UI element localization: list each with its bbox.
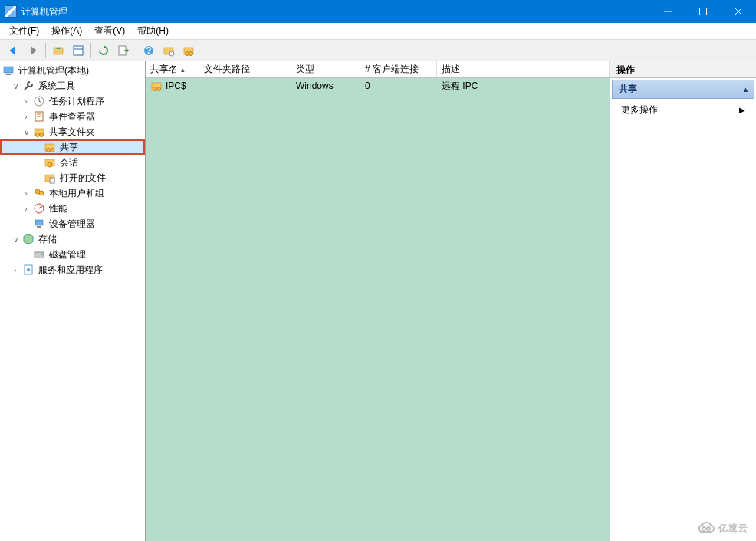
open-files-icon bbox=[44, 172, 56, 184]
tree-label: 服务和应用程序 bbox=[37, 264, 104, 277]
minimize-button[interactable] bbox=[650, 0, 685, 23]
tree-local-users[interactable]: ›本地用户和组 bbox=[0, 185, 145, 201]
close-button[interactable] bbox=[721, 0, 756, 23]
device-icon bbox=[33, 218, 45, 230]
new-share-button[interactable] bbox=[159, 41, 178, 60]
tree-services-apps[interactable]: ›服务和应用程序 bbox=[0, 262, 145, 277]
event-icon bbox=[33, 110, 45, 123]
menubar: 文件(F) 操作(A) 查看(V) 帮助(H) bbox=[0, 23, 756, 40]
shares-icon bbox=[44, 141, 56, 153]
tree-label: 本地用户和组 bbox=[48, 187, 106, 200]
tree-performance[interactable]: ›性能 bbox=[0, 201, 145, 216]
collapse-icon[interactable]: ∨ bbox=[11, 235, 20, 244]
actions-panel: 操作 共享 ▴ 更多操作 ▶ bbox=[610, 61, 756, 541]
tree-label: 计算机管理(本地) bbox=[17, 64, 90, 77]
forward-button[interactable] bbox=[24, 41, 42, 60]
disk-icon bbox=[33, 248, 45, 261]
shared-folder-icon bbox=[33, 126, 45, 138]
share-folder-icon bbox=[150, 80, 163, 92]
column-type[interactable]: 类型 bbox=[291, 61, 360, 77]
svg-rect-5 bbox=[74, 46, 83, 55]
column-label: 类型 bbox=[296, 63, 314, 76]
storage-icon bbox=[22, 233, 35, 245]
expand-icon[interactable]: › bbox=[21, 189, 31, 198]
svg-rect-35 bbox=[37, 226, 41, 228]
toolbar-separator bbox=[136, 43, 136, 58]
menu-view[interactable]: 查看(V) bbox=[88, 23, 131, 39]
expand-icon[interactable]: › bbox=[21, 205, 31, 213]
column-label: 文件夹路径 bbox=[204, 63, 250, 76]
list-panel: 共享名▴ 文件夹路径 类型 # 客户端连接 描述 IPC$ Windows 0 … bbox=[146, 61, 610, 541]
table-row[interactable]: IPC$ Windows 0 远程 IPC bbox=[146, 78, 610, 93]
svg-point-25 bbox=[47, 149, 51, 152]
list-header: 共享名▴ 文件夹路径 类型 # 客户端连接 描述 bbox=[146, 61, 610, 78]
svg-point-26 bbox=[51, 149, 54, 152]
toolbar-separator bbox=[90, 43, 91, 58]
refresh-button[interactable] bbox=[94, 41, 113, 60]
cloud-icon bbox=[695, 521, 715, 535]
expand-icon[interactable]: › bbox=[21, 113, 31, 121]
properties-button[interactable] bbox=[69, 41, 87, 60]
expand-icon[interactable]: › bbox=[11, 266, 20, 274]
collapse-icon: ▴ bbox=[744, 85, 748, 93]
column-description[interactable]: 描述 bbox=[437, 61, 610, 77]
submenu-arrow-icon: ▶ bbox=[739, 106, 745, 114]
actions-more[interactable]: 更多操作 ▶ bbox=[610, 100, 756, 120]
tree-label: 打开的文件 bbox=[58, 172, 107, 185]
svg-point-44 bbox=[702, 527, 705, 530]
cell-type: Windows bbox=[296, 80, 334, 91]
tree-shared-folders[interactable]: ∨共享文件夹 bbox=[0, 124, 145, 139]
actions-category-label: 共享 bbox=[619, 83, 637, 96]
svg-point-11 bbox=[169, 51, 174, 56]
column-label: 描述 bbox=[442, 63, 460, 76]
tree-panel[interactable]: 计算机管理(本地) ∨ 系统工具 ›任务计划程序 ›事件查看器 bbox=[0, 61, 146, 541]
maximize-button[interactable] bbox=[685, 0, 721, 23]
tree-device-manager[interactable]: 设备管理器 bbox=[0, 216, 145, 231]
expand-icon[interactable]: › bbox=[21, 97, 31, 106]
shares-icon-button[interactable] bbox=[179, 41, 198, 60]
cell-clients: 0 bbox=[365, 80, 370, 91]
column-share-name[interactable]: 共享名▴ bbox=[146, 61, 199, 77]
column-folder-path[interactable]: 文件夹路径 bbox=[199, 61, 291, 77]
tree-label: 事件查看器 bbox=[48, 110, 97, 123]
help-button[interactable]: ? bbox=[140, 41, 158, 60]
up-button[interactable] bbox=[49, 41, 67, 60]
tree-open-files[interactable]: 打开的文件 bbox=[0, 170, 145, 185]
tree-task-scheduler[interactable]: ›任务计划程序 bbox=[0, 93, 145, 109]
watermark-text: 亿速云 bbox=[718, 522, 748, 535]
toolbar-separator bbox=[45, 43, 46, 58]
back-button[interactable] bbox=[4, 41, 22, 60]
actions-category[interactable]: 共享 ▴ bbox=[612, 80, 754, 99]
tree-shares[interactable]: 共享 bbox=[0, 139, 145, 155]
tree-event-viewer[interactable]: ›事件查看器 bbox=[0, 109, 145, 124]
app-icon bbox=[5, 5, 17, 18]
menu-action[interactable]: 操作(A) bbox=[45, 23, 88, 39]
collapse-icon[interactable]: ∨ bbox=[11, 82, 20, 90]
menu-file[interactable]: 文件(F) bbox=[3, 23, 45, 39]
svg-rect-30 bbox=[50, 178, 54, 183]
window-title: 计算机管理 bbox=[21, 5, 650, 18]
svg-rect-15 bbox=[4, 67, 13, 73]
export-button[interactable] bbox=[114, 41, 133, 60]
svg-point-23 bbox=[40, 133, 44, 137]
tree-disk-management[interactable]: 磁盘管理 bbox=[0, 247, 145, 262]
tree-system-tools[interactable]: ∨ 系统工具 bbox=[0, 78, 145, 93]
tree-label: 存储 bbox=[37, 233, 58, 246]
tree-root[interactable]: 计算机管理(本地) bbox=[0, 63, 145, 78]
column-label: 共享名 bbox=[150, 63, 178, 76]
svg-rect-16 bbox=[6, 74, 11, 75]
column-client-connections[interactable]: # 客户端连接 bbox=[360, 61, 437, 77]
tree-storage[interactable]: ∨存储 bbox=[0, 231, 145, 247]
svg-point-22 bbox=[36, 133, 40, 137]
collapse-icon[interactable]: ∨ bbox=[21, 128, 31, 136]
svg-point-42 bbox=[153, 87, 157, 91]
list-body[interactable]: IPC$ Windows 0 远程 IPC bbox=[146, 78, 610, 541]
clock-icon bbox=[33, 95, 45, 107]
menu-help[interactable]: 帮助(H) bbox=[131, 23, 175, 39]
tools-icon bbox=[22, 80, 35, 92]
tree-sessions[interactable]: 会话 bbox=[0, 155, 145, 170]
svg-point-13 bbox=[186, 51, 189, 55]
svg-point-43 bbox=[157, 87, 161, 91]
svg-point-32 bbox=[39, 191, 44, 195]
column-label: # 客户端连接 bbox=[365, 63, 419, 76]
